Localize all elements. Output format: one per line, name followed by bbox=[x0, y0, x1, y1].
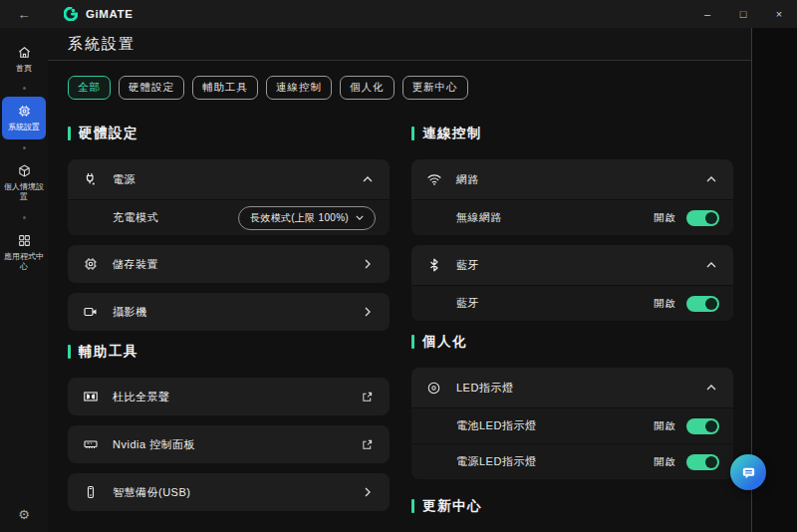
network-card: 網路 無線網路 開啟 bbox=[411, 159, 733, 235]
battery-led-row: 電池LED指示燈 開啟 bbox=[411, 407, 733, 443]
wifi-toggle[interactable] bbox=[686, 210, 719, 226]
filter-chip-personalization[interactable]: 個人化 bbox=[340, 76, 395, 100]
external-link-icon bbox=[359, 389, 376, 405]
sidebar-item-home[interactable]: 首頁 bbox=[2, 38, 46, 80]
chevron-right-icon bbox=[359, 484, 376, 501]
network-card-header[interactable]: 網路 bbox=[411, 159, 733, 199]
external-link-icon bbox=[359, 436, 376, 453]
dolby-card: 杜比全景聲 bbox=[68, 378, 390, 415]
section-accent-bar bbox=[68, 127, 71, 140]
smart-backup-card: 智慧備份(USB) bbox=[68, 473, 390, 511]
power-card: 電源 充電模式 長效模式(上限 100%) bbox=[68, 159, 390, 235]
storage-card: 儲存裝置 bbox=[68, 245, 390, 283]
section-update-title: 更新中心 bbox=[411, 497, 733, 515]
sidebar-item-label: 首頁 bbox=[3, 64, 45, 74]
sidebar-separator-dot bbox=[23, 146, 26, 149]
sidebar-item-personal-scenario[interactable]: 個人情境設置 bbox=[2, 156, 46, 209]
cube-icon bbox=[16, 162, 33, 179]
page-title: 系統設置 bbox=[68, 35, 135, 54]
section-tools-title: 輔助工具 bbox=[68, 343, 390, 361]
bluetooth-toggle[interactable] bbox=[686, 296, 719, 312]
filter-chip-all[interactable]: 全部 bbox=[68, 76, 111, 100]
left-column: 硬體設定 bbox=[68, 113, 390, 532]
nvidia-card: Nvidia 控制面板 bbox=[68, 425, 390, 463]
storage-card-header[interactable]: 儲存裝置 bbox=[68, 245, 390, 283]
bluetooth-card-header[interactable]: 藍牙 bbox=[411, 245, 733, 285]
power-led-row: 電源LED指示燈 開啟 bbox=[411, 443, 733, 479]
chat-bubble-icon bbox=[740, 464, 757, 481]
bluetooth-card: 藍牙 藍牙 開啟 bbox=[411, 245, 733, 321]
power-plug-icon bbox=[82, 171, 99, 188]
wifi-icon bbox=[425, 171, 442, 188]
led-indicator-icon bbox=[425, 380, 442, 397]
section-personalization-title: 個人化 bbox=[411, 333, 733, 351]
storage-chip-icon bbox=[82, 256, 99, 273]
chevron-up-icon bbox=[702, 171, 719, 188]
camera-card-header[interactable]: 攝影機 bbox=[68, 293, 390, 331]
led-card-header[interactable]: LED指示燈 bbox=[411, 368, 733, 407]
home-icon bbox=[16, 44, 33, 61]
close-button[interactable]: × bbox=[761, 0, 797, 28]
filter-chip-hardware[interactable]: 硬體設定 bbox=[119, 76, 184, 100]
grid-icon bbox=[16, 232, 33, 249]
usb-drive-icon bbox=[82, 484, 99, 501]
bluetooth-state-label: 開啟 bbox=[654, 297, 676, 311]
sidebar-item-label: 系統設置 bbox=[3, 123, 45, 133]
camera-card: 攝影機 bbox=[68, 293, 390, 331]
bluetooth-icon bbox=[425, 257, 442, 274]
maximize-button[interactable]: □ bbox=[725, 0, 761, 28]
nvidia-card-header[interactable]: Nvidia 控制面板 bbox=[68, 425, 390, 463]
gpu-panel-icon bbox=[82, 436, 99, 453]
wifi-row: 無線網路 開啟 bbox=[411, 199, 733, 235]
power-led-state-label: 開啟 bbox=[654, 455, 676, 469]
smart-backup-card-header[interactable]: 智慧備份(USB) bbox=[68, 473, 390, 511]
right-column: 連線控制 bbox=[411, 113, 733, 532]
sidebar-item-label: 應用程式中心 bbox=[3, 252, 45, 273]
chevron-up-icon bbox=[702, 380, 719, 397]
battery-led-toggle[interactable] bbox=[686, 418, 719, 434]
window-controls: – □ × bbox=[689, 0, 797, 28]
section-accent-bar bbox=[411, 335, 414, 349]
battery-led-state-label: 開啟 bbox=[654, 419, 676, 433]
section-accent-bar bbox=[411, 499, 414, 513]
titlebar: ← GiMATE – □ × bbox=[0, 0, 797, 28]
chevron-right-icon bbox=[359, 304, 376, 321]
charge-mode-row: 充電模式 長效模式(上限 100%) bbox=[68, 199, 390, 235]
content: 全部 硬體設定 輔助工具 連線控制 個人化 更新中心 硬體設定 bbox=[48, 61, 797, 532]
filter-chip-tools[interactable]: 輔助工具 bbox=[192, 76, 258, 100]
main-area: 系統設置 全部 硬體設定 輔助工具 連線控制 個人化 更新中心 bbox=[48, 28, 797, 532]
sidebar-item-app-center[interactable]: 應用程式中心 bbox=[2, 226, 46, 279]
charge-mode-dropdown[interactable]: 長效模式(上限 100%) bbox=[238, 206, 376, 230]
chat-support-button[interactable] bbox=[730, 454, 766, 490]
back-button[interactable]: ← bbox=[0, 0, 48, 28]
filter-chip-connectivity[interactable]: 連線控制 bbox=[266, 76, 332, 100]
brand: GiMATE bbox=[62, 6, 133, 23]
dolby-atmos-icon bbox=[82, 389, 99, 405]
dolby-card-header[interactable]: 杜比全景聲 bbox=[68, 378, 390, 415]
filter-chips: 全部 硬體設定 輔助工具 連線控制 個人化 更新中心 bbox=[68, 76, 733, 100]
chip-icon bbox=[16, 103, 33, 120]
sidebar-item-system-settings[interactable]: 系統設置 bbox=[2, 97, 46, 138]
section-connectivity-title: 連線控制 bbox=[411, 125, 733, 142]
power-card-header[interactable]: 電源 bbox=[68, 159, 390, 199]
minimize-button[interactable]: – bbox=[689, 0, 725, 28]
power-led-toggle[interactable] bbox=[686, 454, 719, 470]
page-header: 系統設置 bbox=[48, 28, 797, 61]
sidebar-separator-dot bbox=[23, 87, 26, 90]
chevron-up-icon bbox=[702, 257, 719, 274]
sidebar-separator-dot bbox=[23, 216, 26, 219]
section-accent-bar bbox=[68, 345, 71, 359]
wifi-state-label: 開啟 bbox=[654, 211, 676, 225]
chevron-down-icon bbox=[356, 215, 364, 221]
app-title: GiMATE bbox=[86, 8, 133, 20]
camera-icon bbox=[82, 304, 99, 321]
app-window: ← GiMATE – □ × 首頁 bbox=[0, 0, 797, 532]
led-card: LED指示燈 電池LED指示燈 開啟 bbox=[411, 368, 733, 479]
sidebar-item-label: 個人情境設置 bbox=[3, 182, 45, 203]
settings-gear-icon[interactable]: ⚙ bbox=[18, 507, 30, 522]
chevron-right-icon bbox=[359, 256, 376, 273]
section-accent-bar bbox=[411, 127, 414, 140]
bluetooth-row: 藍牙 開啟 bbox=[411, 285, 733, 321]
chevron-up-icon bbox=[359, 171, 376, 188]
filter-chip-update[interactable]: 更新中心 bbox=[402, 76, 468, 100]
